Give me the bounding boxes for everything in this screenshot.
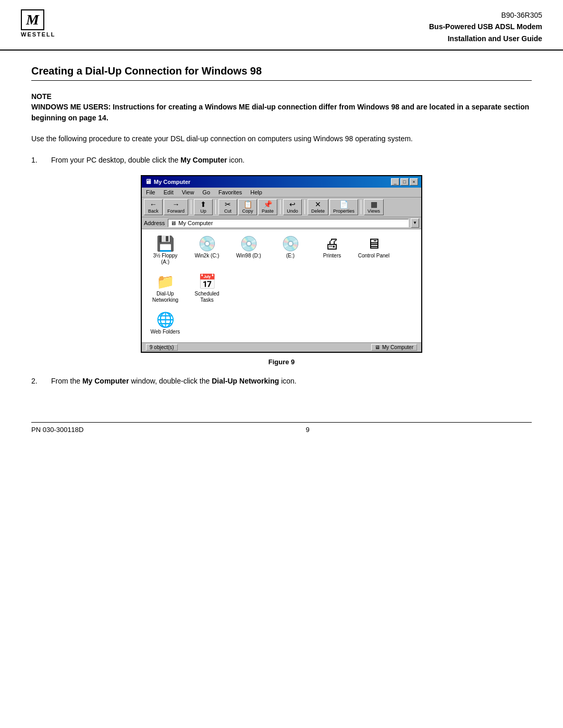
logo-icon: M xyxy=(26,13,39,27)
icon-floppy[interactable]: 💾 3½ Floppy (A:) xyxy=(147,235,183,267)
body-text: Use the following procedure to create yo… xyxy=(31,133,532,144)
step-1-num: 1. xyxy=(31,154,46,166)
page-header: M WESTELL B90-36R305 Bus-Powered USB ADS… xyxy=(0,0,563,51)
cut-label: Cut xyxy=(224,208,231,214)
printers-label: Printers xyxy=(323,253,341,259)
address-value: My Computer xyxy=(178,220,213,226)
footer-pn: PN 030-300118D xyxy=(31,426,83,434)
toolbar-sep-3 xyxy=(280,200,280,214)
control-panel-icon: 🖥 xyxy=(366,237,381,251)
menu-file[interactable]: File xyxy=(144,189,157,196)
dialup-networking-label: Dial-UpNetworking xyxy=(152,291,178,303)
icon-dialup-networking[interactable]: 📁 Dial-UpNetworking xyxy=(147,273,183,305)
icon-scheduled-tasks[interactable]: 📅 ScheduledTasks xyxy=(189,273,225,305)
header-doc-info: B90-36R305 Bus-Powered USB ADSL Modem In… xyxy=(429,9,542,44)
step-1-text: From your PC desktop, double click the M… xyxy=(51,154,244,166)
step-2-text: From the My Computer window, double-clic… xyxy=(51,375,297,387)
step-2: 2. From the My Computer window, double-c… xyxy=(31,375,532,387)
icon-web-folders[interactable]: 🌐 Web Folders xyxy=(147,311,183,337)
icon-e-drive[interactable]: 💿 (E:) xyxy=(272,235,309,267)
toolbar-up[interactable]: ⬆ Up xyxy=(194,199,213,215)
icon-control-panel[interactable]: 🖥 Control Panel xyxy=(356,235,392,267)
win2k-drive-icon: 💿 xyxy=(198,237,216,251)
up-icon: ⬆ xyxy=(200,201,206,208)
win98-toolbar: ← Back → Forward ⬆ Up ✂ Cut 📋 xyxy=(142,198,421,217)
properties-label: Properties xyxy=(333,208,354,214)
toolbar-paste[interactable]: 📌 Paste xyxy=(258,199,277,215)
note-text: WINDOWS ME USERS: Instructions for creat… xyxy=(31,102,532,124)
menu-view[interactable]: View xyxy=(180,189,197,196)
minimize-button[interactable]: _ xyxy=(391,178,399,186)
menu-edit[interactable]: Edit xyxy=(162,189,176,196)
doc-line1: B90-36R305 xyxy=(429,9,542,21)
close-button[interactable]: × xyxy=(410,178,418,186)
e-drive-label: (E:) xyxy=(286,253,295,259)
doc-line3: Installation and User Guide xyxy=(429,33,542,44)
logo-box: M xyxy=(21,9,44,30)
scheduled-tasks-icon: 📅 xyxy=(198,275,216,289)
win98-title-text: My Computer xyxy=(154,179,190,185)
views-label: Views xyxy=(368,208,380,214)
toolbar-properties[interactable]: 📄 Properties xyxy=(329,199,358,215)
control-panel-label: Control Panel xyxy=(358,253,390,259)
menu-help[interactable]: Help xyxy=(248,189,264,196)
copy-icon: 📋 xyxy=(243,201,252,208)
main-content: Creating a Dial-Up Connection for Window… xyxy=(0,51,563,406)
status-icon: 🖥 xyxy=(375,344,380,350)
delete-icon: ✕ xyxy=(315,201,321,208)
address-label: Address xyxy=(144,220,165,226)
icon-win2k[interactable]: 💿 Win2k (C:) xyxy=(189,235,225,267)
back-icon: ← xyxy=(150,201,157,208)
toolbar-back[interactable]: ← Back xyxy=(144,199,163,215)
step-2-num: 2. xyxy=(31,375,46,387)
win98-titlebar: 🖥 My Computer _ □ × xyxy=(142,176,421,188)
forward-icon: → xyxy=(173,201,180,208)
forward-label: Forward xyxy=(167,208,185,214)
brand-name: WESTELL xyxy=(21,31,56,38)
icon-printers[interactable]: 🖨 Printers xyxy=(314,235,350,267)
win98-window: 🖥 My Computer _ □ × File Edit View Go Fa… xyxy=(141,175,422,353)
properties-icon: 📄 xyxy=(339,201,348,208)
toolbar-forward[interactable]: → Forward xyxy=(164,199,188,215)
floppy-label: 3½ Floppy (A:) xyxy=(149,253,181,265)
paste-label: Paste xyxy=(262,208,274,214)
address-dropdown-arrow[interactable]: ▼ xyxy=(411,218,419,228)
footer-page: 9 xyxy=(306,426,310,434)
printers-icon: 🖨 xyxy=(325,237,339,251)
maximize-button[interactable]: □ xyxy=(400,178,409,186)
toolbar-delete[interactable]: ✕ Delete xyxy=(308,199,328,215)
win98-controls[interactable]: _ □ × xyxy=(391,178,418,186)
icon-win98[interactable]: 💿 Win98 (D:) xyxy=(230,235,267,267)
win98-content-area: 💾 3½ Floppy (A:) 💿 Win2k (C:) 💿 Win98 (D… xyxy=(142,229,421,342)
win98-statusbar: 9 object(s) 🖥 My Computer xyxy=(142,342,421,352)
win98-screenshot: 🖥 My Computer _ □ × File Edit View Go Fa… xyxy=(141,175,422,353)
cut-icon: ✂ xyxy=(225,201,231,208)
toolbar-undo[interactable]: ↩ Undo xyxy=(283,199,302,215)
toolbar-cut[interactable]: ✂ Cut xyxy=(218,199,237,215)
doc-line2: Bus-Powered USB ADSL Modem xyxy=(429,21,542,32)
win2k-label: Win2k (C:) xyxy=(194,253,219,259)
step-1: 1. From your PC desktop, double click th… xyxy=(31,154,532,166)
paste-icon: 📌 xyxy=(263,201,272,208)
address-icon: 🖥 xyxy=(170,220,176,226)
note-label: NOTE xyxy=(31,92,532,101)
toolbar-sep-2 xyxy=(215,200,216,214)
toolbar-sep-5 xyxy=(361,200,361,214)
web-folders-icon: 🌐 xyxy=(156,313,175,327)
toolbar-copy[interactable]: 📋 Copy xyxy=(238,199,257,215)
dialup-networking-icon: 📁 xyxy=(156,275,175,289)
menu-go[interactable]: Go xyxy=(200,189,212,196)
floppy-drive-icon: 💾 xyxy=(156,237,175,251)
toolbar-views[interactable]: ▦ Views xyxy=(364,199,384,215)
logo-area: M WESTELL xyxy=(21,9,56,38)
address-field[interactable]: 🖥 My Computer xyxy=(168,219,409,227)
e-drive-icon: 💿 xyxy=(282,237,300,251)
menu-favorites[interactable]: Favorites xyxy=(216,189,244,196)
back-label: Back xyxy=(148,208,158,214)
win98-addressbar: Address 🖥 My Computer ▼ xyxy=(142,217,421,229)
win98-drive-icon: 💿 xyxy=(240,237,258,251)
scheduled-tasks-label: ScheduledTasks xyxy=(194,291,219,303)
status-objects: 9 object(s) xyxy=(146,344,178,351)
delete-label: Delete xyxy=(311,208,325,214)
undo-icon: ↩ xyxy=(289,201,296,208)
